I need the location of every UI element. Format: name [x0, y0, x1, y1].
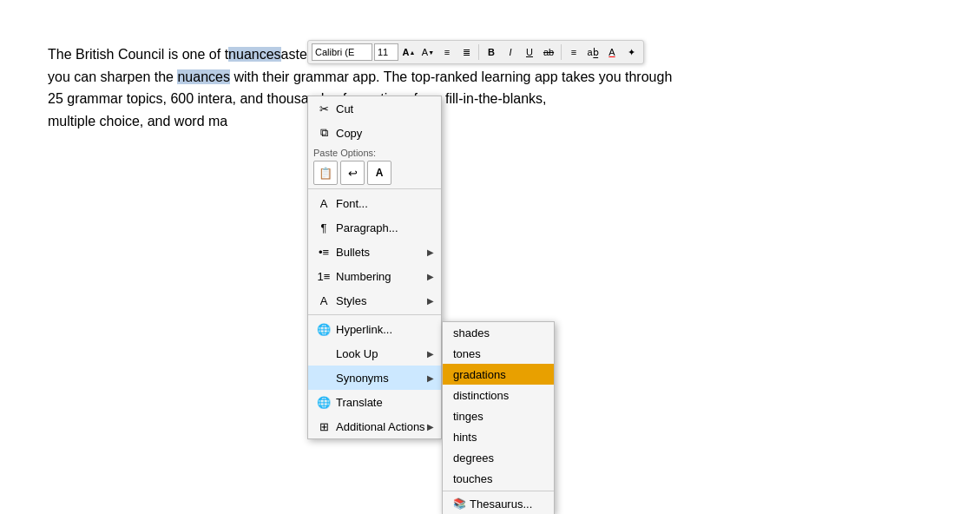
bullets-menu-item[interactable]: •≡ Bullets ▶ — [308, 240, 441, 264]
synonym-touches-label: touches — [453, 472, 493, 485]
styles-menu-item[interactable]: A Styles ▶ — [308, 288, 441, 313]
list-format-button[interactable]: ≡ — [438, 43, 456, 61]
translate-icon: 🌐 — [315, 393, 332, 411]
format-toolbar: Calibri (E 11 A▲ A▼ ≡ ≣ B I U ab ≡ ab̲ A… — [307, 40, 644, 64]
lookup-menu-item[interactable]: Look Up ▶ — [308, 341, 441, 366]
bullets-arrow: ▶ — [427, 247, 434, 257]
synonym-degrees[interactable]: degrees — [443, 447, 554, 468]
font-name-display[interactable]: Calibri (E — [312, 43, 372, 61]
paste-options-label: Paste Options: — [313, 148, 436, 158]
text-line2: you can sharpen the — [48, 69, 174, 84]
synonym-distinctions[interactable]: distinctions — [443, 385, 554, 405]
synonym-divider — [443, 491, 554, 491]
grow-font-button[interactable]: A▲ — [400, 43, 418, 61]
hyperlink-label: Hyperlink... — [336, 323, 434, 336]
hyperlink-menu-item[interactable]: 🌐 Hyperlink... — [308, 317, 441, 341]
synonyms-arrow: ▶ — [427, 373, 434, 383]
synonym-hints[interactable]: hints — [443, 426, 554, 447]
numbering-label: Numbering — [336, 270, 427, 283]
synonym-degrees-label: degrees — [453, 451, 494, 465]
synonym-touches[interactable]: touches — [443, 468, 554, 489]
font-icon: A — [315, 194, 332, 212]
synonym-gradations-label: gradations — [453, 368, 506, 381]
numbering-arrow: ▶ — [427, 272, 434, 281]
additional-actions-icon: ⊞ — [315, 418, 332, 435]
translate-label: Translate — [336, 396, 434, 409]
font-size-display[interactable]: 11 — [374, 43, 398, 61]
cut-icon: ✂ — [315, 100, 332, 117]
synonym-shades[interactable]: shades — [443, 322, 554, 343]
translate-menu-item[interactable]: 🌐 Translate — [308, 390, 441, 414]
text-part1: The British Council is one of t — [48, 47, 228, 62]
synonym-distinctions-label: distinctions — [453, 389, 509, 402]
thesaurus-label: Thesaurus... — [470, 498, 532, 511]
synonyms-submenu: shades tones gradations distinctions tin… — [442, 321, 555, 514]
paste-merge-button[interactable]: ↩ — [340, 161, 365, 185]
text-line3: 25 grammar topics, 600 intera — [48, 91, 233, 106]
copy-icon: ⧉ — [315, 124, 332, 142]
additional-actions-arrow: ▶ — [427, 422, 434, 432]
synonym-tones-label: tones — [453, 347, 481, 360]
paragraph-icon: ¶ — [315, 219, 332, 236]
paste-text-only-button[interactable]: A — [367, 161, 391, 185]
text-line4: multiple choice, and word ma — [48, 114, 227, 128]
synonym-hints-label: hints — [453, 431, 477, 444]
bullets-icon: •≡ — [315, 243, 332, 260]
hyperlink-icon: 🌐 — [315, 320, 332, 338]
paragraph-menu-item[interactable]: ¶ Paragraph... — [308, 215, 441, 240]
thesaurus-item[interactable]: 📚 Thesaurus... — [443, 493, 554, 514]
font-color-button[interactable]: A — [603, 43, 621, 61]
italic-button[interactable]: I — [502, 43, 519, 61]
thesaurus-icon: 📚 — [453, 498, 466, 510]
synonym-tinges-label: tinges — [453, 410, 483, 423]
text-highlighted: nuances — [228, 47, 281, 62]
indent-button[interactable]: ≡ — [565, 43, 582, 61]
paste-options-buttons: 📋 ↩ A — [313, 161, 436, 185]
bullets-label: Bullets — [336, 246, 427, 259]
font-menu-item[interactable]: A Font... — [308, 191, 441, 215]
cut-menu-item[interactable]: ✂ Cut — [308, 96, 441, 121]
paste-keep-source-button[interactable]: 📋 — [313, 161, 338, 185]
numbering-menu-item[interactable]: 1≡ Numbering ▶ — [308, 264, 441, 288]
additional-actions-label: Additional Actions — [336, 420, 427, 433]
lookup-label: Look Up — [336, 347, 427, 360]
paste-options-section: Paste Options: 📋 ↩ A — [308, 145, 441, 187]
cut-label: Cut — [336, 102, 434, 115]
toolbar-separator1 — [478, 44, 479, 60]
bold-button[interactable]: B — [483, 43, 500, 61]
synonyms-label: Synonyms — [336, 372, 427, 385]
font-label: Font... — [336, 197, 434, 210]
menu-divider1 — [308, 188, 441, 189]
highlight-button[interactable]: ab̲ — [584, 43, 602, 61]
additional-actions-menu-item[interactable]: ⊞ Additional Actions ▶ — [308, 414, 441, 438]
styles-arrow: ▶ — [427, 296, 434, 306]
synonyms-menu-item[interactable]: Synonyms ▶ — [308, 366, 441, 390]
document-body: The British Council is one of tnuancesas… — [0, 0, 955, 175]
synonym-tones[interactable]: tones — [443, 343, 554, 364]
strikethrough-button[interactable]: ab — [540, 43, 557, 61]
list2-format-button[interactable]: ≣ — [457, 43, 475, 61]
context-menu: ✂ Cut ⧉ Copy Paste Options: 📋 ↩ A A Font… — [307, 96, 442, 439]
styles-label: Styles — [336, 294, 427, 307]
numbering-icon: 1≡ — [315, 267, 332, 285]
toolbar-separator2 — [561, 44, 562, 60]
paragraph-label: Paragraph... — [336, 221, 434, 234]
copy-menu-item[interactable]: ⧉ Copy — [308, 121, 441, 145]
synonym-gradations[interactable]: gradations — [443, 364, 554, 385]
underline-button[interactable]: U — [521, 43, 538, 61]
styles-icon: A — [315, 292, 332, 309]
shrink-font-button[interactable]: A▼ — [419, 43, 437, 61]
lookup-icon — [315, 345, 332, 362]
menu-divider2 — [308, 314, 441, 315]
synonym-tinges[interactable]: tinges — [443, 405, 554, 426]
lookup-arrow: ▶ — [427, 349, 434, 359]
synonym-shades-label: shades — [453, 326, 490, 339]
text-highlighted2: nuances — [177, 69, 230, 84]
synonyms-icon — [315, 369, 332, 386]
clear-format-button[interactable]: ✦ — [622, 43, 640, 61]
copy-label: Copy — [336, 127, 434, 140]
text-part3: with their grammar app. The top-ranked l… — [233, 69, 672, 84]
